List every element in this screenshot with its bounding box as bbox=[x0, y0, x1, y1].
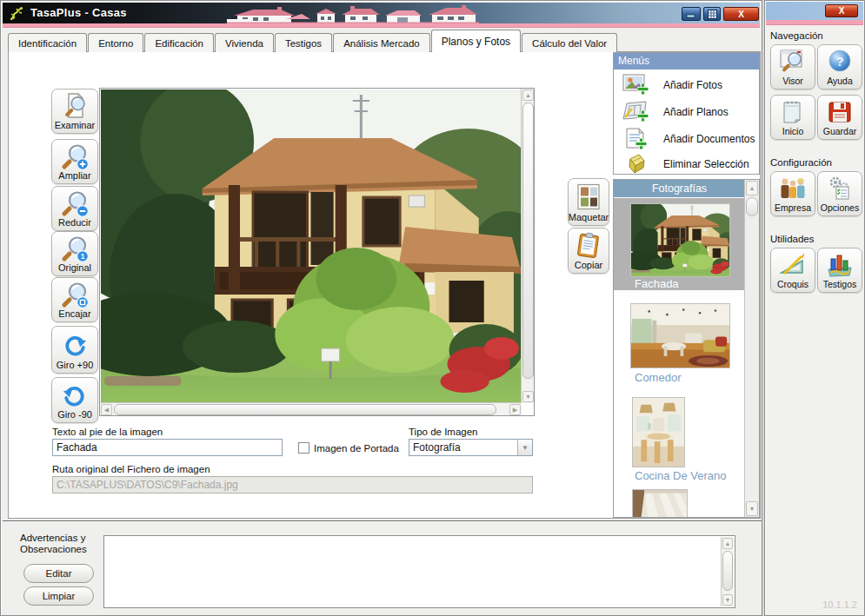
giro-mas-90-button[interactable]: Giro +90 bbox=[51, 326, 98, 374]
layout-window-button[interactable] bbox=[703, 7, 721, 21]
houses-decoration bbox=[227, 5, 479, 23]
scroll-down-button[interactable]: ▼ bbox=[522, 391, 534, 402]
comedor-thumbnail bbox=[630, 303, 730, 368]
visor-button[interactable]: Visor bbox=[770, 44, 815, 89]
editar-button[interactable]: Editar bbox=[23, 564, 94, 583]
tab-testigos[interactable]: Testigos bbox=[275, 33, 332, 52]
sidebar-close-icon: X bbox=[839, 6, 845, 16]
minimize-button[interactable] bbox=[682, 7, 701, 21]
scroll-right-button[interactable]: ▶ bbox=[509, 404, 521, 415]
photo-item-cocina-de-verano[interactable]: Cocina De Verano bbox=[614, 389, 745, 481]
add-documents-icon bbox=[622, 127, 651, 151]
partial-thumbnail bbox=[632, 489, 688, 517]
vertical-scroll-thumb[interactable] bbox=[522, 103, 534, 379]
rotate-counterclockwise-icon bbox=[62, 381, 88, 409]
content-panel: Examinar Ampliar Reducir 1 bbox=[8, 51, 761, 519]
menu-item-anadir-planos[interactable]: Añadir Planos bbox=[614, 99, 759, 124]
tab-identificacion[interactable]: Identificación bbox=[8, 33, 87, 52]
tab-entorno[interactable]: Entorno bbox=[88, 33, 143, 52]
photo-item-fachada[interactable]: Fachada bbox=[614, 198, 745, 290]
photos-scroll-thumb[interactable] bbox=[746, 197, 758, 216]
image-type-dropdown[interactable]: Fotografía ▼ bbox=[409, 439, 533, 456]
svg-text:?: ? bbox=[835, 54, 843, 69]
scroll-up-button[interactable]: ▲ bbox=[522, 89, 534, 101]
gears-list-icon bbox=[826, 175, 854, 202]
path-input bbox=[52, 476, 533, 493]
caption-input[interactable] bbox=[52, 439, 283, 456]
sidebar-accent-strip bbox=[766, 20, 863, 25]
cover-image-label: Imagen de Portada bbox=[314, 443, 399, 454]
close-button[interactable]: X bbox=[723, 7, 759, 21]
tab-planos-y-fotos[interactable]: Planos y Fotos bbox=[431, 30, 521, 52]
encajar-button[interactable]: Encajar bbox=[51, 277, 98, 322]
testigos-button[interactable]: Testigos bbox=[817, 248, 862, 293]
tab-edificacion[interactable]: Edificación bbox=[144, 33, 214, 52]
menu-item-anadir-fotos[interactable]: Añadir Fotos bbox=[614, 72, 759, 97]
ayuda-button[interactable]: ? Ayuda bbox=[817, 44, 862, 89]
menu-item-anadir-documentos[interactable]: Añadir Documentos bbox=[614, 126, 759, 151]
zoom-fit-icon bbox=[61, 281, 89, 308]
viewer-vertical-scrollbar[interactable]: ▲ ▼ bbox=[521, 89, 534, 403]
examinar-button[interactable]: Examinar bbox=[51, 89, 98, 134]
croquis-button[interactable]: Croquis bbox=[770, 248, 815, 293]
warnings-section: Advertencias y Observaciones Editar Limp… bbox=[3, 520, 762, 615]
warnings-scroll-thumb[interactable] bbox=[722, 551, 733, 591]
warnings-textarea[interactable]: ▲ ▼ bbox=[103, 535, 735, 608]
cocina-thumbnail bbox=[632, 397, 685, 467]
inicio-button[interactable]: Inicio bbox=[770, 95, 815, 140]
tab-vivienda[interactable]: Vivienda bbox=[215, 33, 274, 52]
tasaplus-app: TasaPlus - Casas bbox=[0, 0, 865, 616]
giro-menos-90-button[interactable]: Giro -90 bbox=[51, 377, 98, 423]
add-plans-icon bbox=[622, 100, 651, 124]
grid-icon bbox=[708, 10, 717, 19]
photos-scroll-down-button[interactable]: ▼ bbox=[746, 501, 758, 516]
zoom-in-icon bbox=[61, 142, 89, 170]
empresa-button[interactable]: Empresa bbox=[770, 171, 815, 216]
title-bar: TasaPlus - Casas bbox=[3, 3, 760, 23]
horizontal-scroll-thumb[interactable] bbox=[114, 404, 496, 415]
minimize-icon bbox=[686, 10, 696, 18]
notepad-icon bbox=[780, 98, 806, 126]
tab-calculo-del-valor[interactable]: Cálculo del Valor bbox=[522, 33, 617, 52]
sidebar-title-bar: X bbox=[766, 2, 863, 20]
viewer-window-magnifier-icon bbox=[779, 48, 807, 76]
fachada-thumbnail bbox=[630, 203, 730, 277]
ampliar-button[interactable]: Ampliar bbox=[51, 139, 98, 184]
rotate-clockwise-icon bbox=[62, 329, 88, 360]
menu-item-eliminar-seleccion[interactable]: Eliminar Selección bbox=[614, 151, 759, 176]
sketch-setsquare-pencil-icon bbox=[779, 251, 807, 279]
guardar-button[interactable]: Guardar bbox=[817, 95, 862, 140]
reducir-button[interactable]: Reducir bbox=[51, 186, 98, 231]
sidebar-close-button[interactable]: X bbox=[825, 4, 858, 17]
limpiar-button[interactable]: Limpiar bbox=[23, 586, 94, 606]
caption-label: Texto al pie de la imagen bbox=[52, 427, 163, 437]
shortcut-sidebar: X Navegación Visor ? Ayuda bbox=[764, 0, 865, 616]
tab-bar: Identificación Entorno Edificación Vivie… bbox=[8, 31, 618, 52]
photo-item-partial[interactable] bbox=[614, 484, 745, 517]
tab-analisis-mercado[interactable]: Análisis Mercado bbox=[333, 33, 430, 52]
photo-item-comedor[interactable]: Comedor bbox=[614, 295, 745, 387]
menus-panel-header: Menús bbox=[614, 53, 759, 70]
chevron-down-icon[interactable]: ▼ bbox=[517, 440, 532, 455]
cover-image-checkbox[interactable] bbox=[298, 442, 309, 454]
warnings-scroll-up-button[interactable]: ▲ bbox=[722, 538, 733, 549]
viewer-horizontal-scrollbar[interactable]: ◀ ▶ bbox=[100, 402, 522, 415]
photos-list: Fachada Comedor Cocina De Verano bbox=[614, 197, 745, 517]
original-button[interactable]: 1 Original bbox=[51, 231, 98, 276]
maquetar-button[interactable]: Maquetar bbox=[568, 178, 609, 226]
scroll-left-button[interactable]: ◀ bbox=[101, 404, 112, 415]
photos-scrollbar[interactable]: ▲ ▼ bbox=[744, 180, 759, 517]
lizard-logo-icon bbox=[10, 6, 25, 21]
path-label: Ruta original del Fichero de imagen bbox=[52, 464, 210, 474]
opciones-button[interactable]: Opciones bbox=[817, 171, 862, 216]
bar-chart-map-icon bbox=[826, 251, 854, 279]
add-photos-icon bbox=[622, 73, 651, 97]
photos-scroll-up-button[interactable]: ▲ bbox=[746, 181, 758, 195]
warnings-scroll-down-button[interactable]: ▼ bbox=[722, 594, 733, 606]
menus-panel: Menús Añadir Fotos bbox=[613, 52, 760, 175]
warnings-scrollbar[interactable]: ▲ ▼ bbox=[721, 537, 734, 606]
configuration-section-title: Configuración bbox=[770, 157, 832, 168]
close-icon: X bbox=[738, 10, 744, 19]
copiar-button[interactable]: Copiar bbox=[568, 228, 609, 274]
svg-text:1: 1 bbox=[81, 252, 85, 261]
